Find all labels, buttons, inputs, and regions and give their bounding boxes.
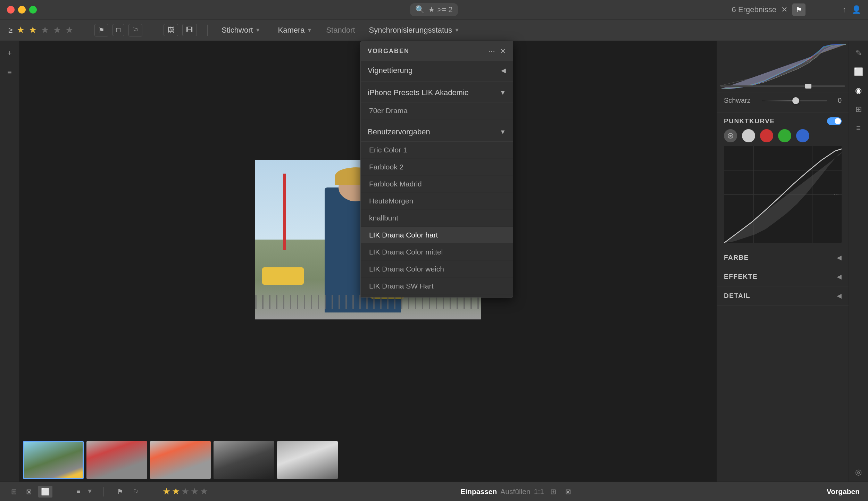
channel-white[interactable] bbox=[742, 129, 755, 142]
effekte-title: EFFEKTE bbox=[724, 273, 758, 281]
preset-lik-drama-sw-hart[interactable]: LIK Drama SW Hart bbox=[361, 278, 513, 295]
unflag-button[interactable]: □ bbox=[112, 24, 124, 36]
fullscreen-button[interactable] bbox=[29, 6, 37, 14]
filmstrip-thumb-2[interactable] bbox=[86, 441, 147, 479]
preset-panel-title: VORGABEN bbox=[368, 48, 409, 55]
profile-icon[interactable]: 👤 bbox=[852, 5, 861, 14]
filmstrip bbox=[19, 438, 717, 482]
preset-section-vignettierung[interactable]: Vignettierung ◀ bbox=[361, 61, 513, 80]
preset-eric-color-1[interactable]: Eric Color 1 bbox=[361, 142, 513, 159]
adjust-icon[interactable]: ◉ bbox=[852, 84, 865, 97]
filmstrip-thumb-3[interactable] bbox=[150, 441, 211, 479]
flag-button[interactable]: ⚑ bbox=[94, 24, 108, 36]
histogram-slider-thumb[interactable] bbox=[805, 84, 811, 89]
filmstrip-thumb-1[interactable] bbox=[23, 441, 84, 479]
search-bar[interactable]: 🔍 ★ >= 2 bbox=[410, 3, 458, 16]
vorgaben-label[interactable]: Vorgaben bbox=[827, 487, 860, 496]
filmstrip-thumb-4[interactable] bbox=[214, 441, 274, 479]
crop-icon[interactable]: ⬜ bbox=[852, 65, 865, 78]
schwarz-track[interactable] bbox=[762, 100, 827, 101]
channel-all[interactable] bbox=[724, 129, 737, 142]
edit-icon[interactable]: ✎ bbox=[852, 47, 865, 60]
curve-canvas[interactable]: ··· bbox=[724, 146, 842, 243]
effekte-section[interactable]: EFFEKTE ◀ bbox=[717, 267, 849, 286]
toolbar: ≥ ★ ★ ★ ★ ★ ⚑ □ ⚐ 🖼 🎞 Stichwort ▼ Kamera… bbox=[0, 19, 868, 41]
right-panel: Schwarz 0 PUNKTKURVE bbox=[717, 41, 849, 482]
channel-blue[interactable] bbox=[796, 129, 809, 142]
preset-lik-drama-color-hart[interactable]: LIK Drama Color hart bbox=[361, 227, 513, 244]
close-search-icon[interactable]: ✕ bbox=[781, 5, 787, 14]
content-area: VORGABEN ··· ✕ Vignettierung ◀ iPh bbox=[19, 41, 717, 482]
bottom-star-1[interactable]: ★ bbox=[162, 486, 170, 497]
preset-lik-drama-color-weich[interactable]: LIK Drama Color weich bbox=[361, 261, 513, 278]
bottom-star-5[interactable]: ★ bbox=[200, 486, 208, 497]
pole bbox=[283, 174, 286, 250]
schwarz-label: Schwarz bbox=[724, 97, 759, 105]
star-4[interactable]: ★ bbox=[53, 25, 61, 35]
preset-section-benutzer[interactable]: Benutzervorgaben ▼ bbox=[361, 123, 513, 142]
channel-red[interactable] bbox=[760, 129, 773, 142]
curve-dots-button[interactable]: ··· bbox=[834, 191, 839, 198]
star-1[interactable]: ★ bbox=[17, 25, 25, 35]
media-type-group: 🖼 🎞 bbox=[164, 24, 197, 36]
add-icon[interactable]: + bbox=[3, 47, 16, 60]
search-text: ★ >= 2 bbox=[428, 5, 452, 14]
star-3[interactable]: ★ bbox=[41, 25, 49, 35]
grid-icon[interactable]: ⊞ bbox=[852, 103, 865, 116]
preset-heute-morgen[interactable]: HeuteMorgen bbox=[361, 193, 513, 210]
ausfuellen-label[interactable]: Ausfüllen bbox=[500, 487, 530, 496]
star-2[interactable]: ★ bbox=[29, 25, 37, 35]
layers-icon[interactable]: ≡ bbox=[852, 122, 865, 135]
compare-icon-2[interactable]: ⊠ bbox=[562, 486, 574, 498]
close-button[interactable] bbox=[7, 6, 15, 14]
preset-panel-header: VORGABEN ··· ✕ bbox=[361, 41, 513, 61]
preset-70er-drama[interactable]: 70er Drama bbox=[361, 102, 513, 119]
synchronisierung-label: Synchronisierungsstatus bbox=[369, 26, 452, 35]
video-type-button[interactable]: 🎞 bbox=[182, 24, 197, 36]
bottom-star-4[interactable]: ★ bbox=[191, 486, 199, 497]
channel-green[interactable] bbox=[778, 129, 791, 142]
grid-view-button[interactable]: ⊞ bbox=[8, 486, 20, 498]
curve-toggle[interactable] bbox=[827, 117, 842, 125]
preset-panel: VORGABEN ··· ✕ Vignettierung ◀ iPh bbox=[360, 41, 513, 298]
filter-button[interactable]: ⚑ bbox=[792, 3, 806, 16]
preset-lik-drama-color-mittel[interactable]: LIK Drama Color mittel bbox=[361, 244, 513, 261]
detail-icon[interactable]: ◎ bbox=[852, 468, 865, 482]
kamera-dropdown[interactable]: Kamera ▼ bbox=[275, 24, 316, 37]
single-view-button[interactable]: ⬜ bbox=[38, 486, 52, 498]
unflag-bottom-button[interactable]: ⚐ bbox=[130, 486, 141, 498]
preset-panel-dots-button[interactable]: ··· bbox=[488, 46, 495, 56]
detail-section[interactable]: DETAIL ◀ bbox=[717, 286, 849, 306]
preset-knallbunt[interactable]: knallbunt bbox=[361, 210, 513, 227]
preset-panel-close-button[interactable]: ✕ bbox=[500, 47, 506, 55]
benutzer-arrow: ▼ bbox=[500, 128, 506, 136]
synchronisierung-dropdown[interactable]: Synchronisierungsstatus ▼ bbox=[366, 24, 464, 37]
flag-bottom-button[interactable]: ⚑ bbox=[114, 486, 126, 498]
schwarz-value: 0 bbox=[831, 97, 842, 105]
compare-view-button[interactable]: ⊠ bbox=[23, 486, 35, 498]
top-right-icons: ↑ 👤 bbox=[842, 5, 861, 14]
bottom-star-3[interactable]: ★ bbox=[181, 486, 189, 497]
library-icon[interactable]: ≡ bbox=[3, 66, 16, 79]
ratio-label[interactable]: 1:1 bbox=[534, 487, 544, 496]
view-mode-group: ⊞ ⊠ ⬜ bbox=[8, 486, 52, 498]
star-5[interactable]: ★ bbox=[65, 25, 73, 35]
zoom-icon[interactable]: ⊞ bbox=[548, 486, 559, 498]
preset-section-iphone[interactable]: iPhone Presets LIK Akademie ▼ bbox=[361, 83, 513, 102]
preset-lik-drama-sw-mittel[interactable]: LIK Drama SW mittel bbox=[361, 295, 513, 297]
photo-type-button[interactable]: 🖼 bbox=[164, 24, 178, 36]
schwarz-thumb[interactable] bbox=[792, 97, 799, 104]
detail-title: DETAIL bbox=[724, 292, 750, 300]
minimize-button[interactable] bbox=[18, 6, 26, 14]
farbe-arrow: ◀ bbox=[837, 254, 842, 261]
bottom-star-2[interactable]: ★ bbox=[172, 486, 180, 497]
farbe-section[interactable]: FARBE ◀ bbox=[717, 248, 849, 267]
share-icon[interactable]: ↑ bbox=[842, 5, 846, 14]
reject-button[interactable]: ⚐ bbox=[128, 24, 142, 36]
filmstrip-thumb-5[interactable] bbox=[277, 441, 338, 479]
preset-farblook-madrid[interactable]: Farblook Madrid bbox=[361, 176, 513, 193]
preset-farblook-2[interactable]: Farblook 2 bbox=[361, 159, 513, 176]
einpassen-label[interactable]: Einpassen bbox=[460, 487, 497, 496]
stichwort-dropdown[interactable]: Stichwort ▼ bbox=[218, 24, 264, 37]
sort-button[interactable]: ≡ bbox=[74, 486, 83, 497]
